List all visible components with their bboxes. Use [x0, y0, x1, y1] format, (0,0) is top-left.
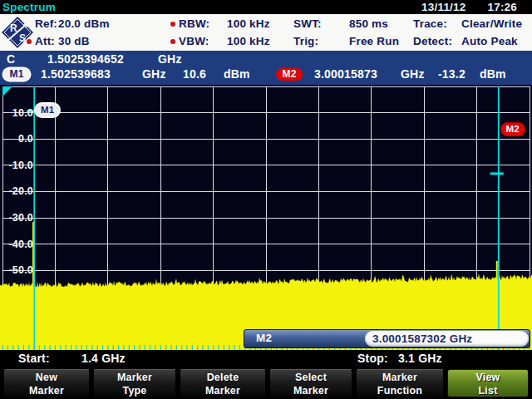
y-axis-label: -50.0 [2, 263, 33, 278]
setting-rbw: RBW: 100 kHz [179, 17, 270, 30]
att-change-dot [27, 39, 32, 44]
datetime: 13/11/12 17:26 [421, 1, 517, 13]
swt-label: SWT: [293, 17, 349, 30]
spectrum-graph: 10.0 0.0 -10.0 -20.0 -30.0 -40.0 -50.0 M… [0, 85, 532, 350]
freq-range-bar: Start: 1.4 GHz Stop: 3.1 GHz [0, 350, 532, 368]
entry-value-field[interactable]: 3.0001587302 GHz [365, 331, 529, 347]
marker-readout-panel: C 1.5025394652 GHz M1 1.502539683 GHz 10… [0, 51, 532, 85]
svg-text:R: R [10, 22, 17, 34]
marker-values-row: M1 1.502539683 GHz 10.6 dBm M2 3.0001587… [0, 67, 532, 82]
y-axis-label: -10.0 [2, 158, 33, 173]
vbw-label: VBW: [179, 35, 227, 47]
center-frequency-unit: GHz [158, 52, 182, 66]
m2-frequency-unit: GHz [401, 67, 425, 81]
trace-value: Clear/Write [461, 17, 522, 30]
detect-label: Detect: [413, 35, 461, 47]
att-label: Att: [35, 35, 58, 47]
center-marker-label: C [7, 52, 15, 66]
setting-detect: Detect: Auto Peak [413, 35, 518, 47]
m2-level-value: -13.2 [438, 67, 466, 81]
m1-frequency-unit: GHz [142, 67, 166, 81]
m1-marker-badge[interactable]: M1 [36, 104, 59, 116]
m2-marker-badge[interactable]: M2 [501, 123, 525, 135]
setting-swt: SWT: 850 ms [293, 17, 388, 30]
m1-readout-badge: M1 [3, 68, 30, 81]
m2-readout-badge: M2 [276, 68, 303, 81]
y-axis-label: -40.0 [2, 237, 33, 252]
setting-trig: Trig: Free Run [293, 35, 399, 47]
entry-field-label: M2 [256, 332, 272, 344]
m1-frequency-value: 1.502539683 [41, 67, 111, 81]
m1-level-unit: dBm [224, 67, 250, 81]
spectrum-analyzer-screen: Spectrum 13/11/12 17:26 R S Ref: 20.0 dB… [0, 0, 532, 399]
mode-title: Spectrum [2, 1, 56, 13]
softkey-delete-marker[interactable]: DeleteMarker [180, 369, 266, 397]
softkey-select-marker[interactable]: SelectMarker [269, 369, 352, 397]
m2-frequency-value: 3.00015873 [314, 67, 377, 81]
setting-ref: Ref: 20.0 dBm [35, 17, 110, 30]
svg-text:S: S [19, 32, 26, 44]
ref-label: Ref: [35, 17, 58, 30]
stop-freq-value: 3.1 GHz [398, 352, 442, 365]
y-axis-label: -30.0 [2, 210, 33, 225]
setting-att: Att: 30 dB [35, 35, 90, 47]
stop-freq-label: Stop: [357, 352, 388, 365]
softkey-bar: NewMarker MarkerType DeleteMarker Select… [0, 368, 532, 399]
softkey-view-list[interactable]: ViewList [447, 369, 529, 397]
center-frequency-value: 1.5025394652 [47, 52, 124, 66]
att-value: 30 dB [58, 35, 90, 47]
y-axis-label: -20.0 [2, 184, 33, 199]
y-axis-label: 0.0 [2, 131, 33, 146]
trig-value: Free Run [349, 35, 399, 47]
setting-trace: Trace: Clear/Write [413, 17, 522, 30]
vbw-value: 100 kHz [227, 35, 270, 47]
m1-level-value: 10.6 [183, 67, 206, 81]
time-label: 17:26 [487, 1, 517, 13]
swt-value: 850 ms [349, 17, 388, 30]
date-label: 13/11/12 [421, 1, 466, 13]
vbw-change-dot [170, 39, 175, 44]
rbw-change-dot [170, 22, 175, 27]
softkey-marker-type[interactable]: MarkerType [93, 369, 176, 397]
trace-plot [0, 85, 532, 350]
detect-value: Auto Peak [461, 35, 518, 47]
marker-entry-bar: M2 3.0001587302 GHz [244, 329, 530, 348]
rohde-schwarz-logo: R S [2, 16, 35, 49]
softkey-new-marker[interactable]: NewMarker [3, 369, 90, 397]
softkey-marker-function[interactable]: MarkerFunction [356, 369, 444, 397]
rbw-label: RBW: [179, 17, 227, 30]
y-axis-label: 10.0 [2, 106, 33, 121]
title-bar: Spectrum 13/11/12 17:26 [0, 0, 532, 14]
center-freq-row: C 1.5025394652 GHz [0, 52, 532, 67]
trig-label: Trig: [293, 35, 349, 47]
start-freq-value: 1.4 GHz [81, 352, 126, 365]
rbw-value: 100 kHz [227, 17, 270, 30]
settings-panel: R S Ref: 20.0 dBm Att: 30 dB RBW: 100 kH… [0, 14, 532, 52]
ref-value: 20.0 dBm [58, 17, 110, 30]
setting-vbw: VBW: 100 kHz [179, 35, 270, 47]
start-freq-label: Start: [18, 352, 50, 365]
trace-label: Trace: [413, 17, 461, 30]
m2-level-unit: dBm [480, 67, 506, 81]
